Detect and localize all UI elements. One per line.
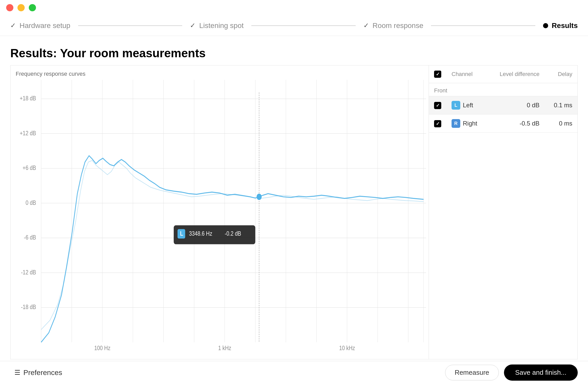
channel-name-container: L Left bbox=[452, 101, 482, 110]
step-hardware-setup[interactable]: ✓ Hardware setup bbox=[10, 22, 70, 30]
page-title: Results: Your room measurements bbox=[10, 46, 578, 60]
table-header: Channel Level difference Delay bbox=[429, 65, 577, 83]
section-front: Front bbox=[429, 83, 577, 96]
step-label: Listening spot bbox=[199, 22, 244, 30]
left-channel-label: Left bbox=[463, 102, 473, 109]
tooltip-dot bbox=[256, 194, 262, 200]
col-level-diff-header: Level difference bbox=[488, 65, 545, 83]
left-level-diff: 0 dB bbox=[488, 96, 545, 114]
col-channel-header: Channel bbox=[446, 65, 488, 83]
svg-text:+6 dB: +6 dB bbox=[23, 164, 36, 171]
left-channel-badge: L bbox=[452, 101, 460, 110]
step-label: Hardware setup bbox=[20, 22, 70, 30]
remeasure-button[interactable]: Remeasure bbox=[445, 365, 499, 380]
col-checkbox bbox=[429, 65, 446, 83]
svg-text:1 kHz: 1 kHz bbox=[218, 344, 231, 352]
page-title-area: Results: Your room measurements bbox=[0, 36, 588, 65]
svg-text:3348.6 Hz: 3348.6 Hz bbox=[189, 230, 212, 237]
svg-text:10 kHz: 10 kHz bbox=[339, 344, 355, 352]
step-active-dot bbox=[543, 23, 548, 28]
save-finish-button[interactable]: Save and finish... bbox=[504, 364, 578, 381]
step-check-icon: ✓ bbox=[190, 22, 196, 30]
step-navigation: ✓ Hardware setup ✓ Listening spot ✓ Room… bbox=[0, 15, 588, 36]
select-all-checkbox[interactable] bbox=[434, 71, 441, 78]
chart-container[interactable]: +18 dB +12 dB +6 dB 0 dB -6 dB -12 dB -1… bbox=[11, 80, 429, 358]
right-level-diff: -0.5 dB bbox=[488, 114, 545, 133]
close-button[interactable] bbox=[6, 4, 13, 11]
channel-table: Channel Level difference Delay Front L bbox=[429, 65, 577, 133]
chart-title: Frequency response curves bbox=[11, 65, 429, 80]
step-room-response[interactable]: ✓ Room response bbox=[363, 22, 424, 30]
right-channel-checkbox-cell[interactable] bbox=[429, 114, 446, 133]
traffic-lights bbox=[6, 4, 36, 11]
right-panel: Channel Level difference Delay Front L bbox=[429, 65, 578, 359]
preferences-icon: ☰ bbox=[14, 369, 20, 377]
svg-text:+18 dB: +18 dB bbox=[20, 95, 36, 102]
section-label: Front bbox=[429, 83, 577, 96]
table-row[interactable]: R Right -0.5 dB 0 ms bbox=[429, 114, 577, 133]
step-label: Results bbox=[552, 22, 578, 30]
main-content: Frequency response curves bbox=[0, 65, 588, 359]
svg-text:-0.2 dB: -0.2 dB bbox=[225, 230, 241, 237]
right-channel-checkbox[interactable] bbox=[434, 120, 441, 127]
svg-rect-31 bbox=[174, 225, 255, 244]
svg-text:+12 dB: +12 dB bbox=[20, 130, 36, 137]
preferences-button[interactable]: ☰ Preferences bbox=[10, 366, 66, 379]
left-delay: 0.1 ms bbox=[545, 96, 577, 114]
right-channel-badge: R bbox=[452, 119, 460, 128]
col-delay-header: Delay bbox=[545, 65, 577, 83]
svg-text:100 Hz: 100 Hz bbox=[94, 344, 111, 352]
channel-name-container: R Right bbox=[452, 119, 482, 128]
step-divider-2 bbox=[251, 25, 356, 26]
maximize-button[interactable] bbox=[29, 4, 36, 11]
bottom-right-buttons: Remeasure Save and finish... bbox=[445, 364, 578, 381]
step-check-icon: ✓ bbox=[10, 22, 16, 30]
svg-text:-12 dB: -12 dB bbox=[21, 269, 36, 276]
step-listening-spot[interactable]: ✓ Listening spot bbox=[190, 22, 244, 30]
minimize-button[interactable] bbox=[17, 4, 25, 11]
svg-text:-18 dB: -18 dB bbox=[21, 303, 36, 311]
step-check-icon: ✓ bbox=[363, 22, 369, 30]
svg-text:-6 dB: -6 dB bbox=[24, 234, 36, 241]
titlebar bbox=[0, 0, 588, 15]
frequency-chart[interactable]: +18 dB +12 dB +6 dB 0 dB -6 dB -12 dB -1… bbox=[11, 80, 429, 358]
svg-text:0 dB: 0 dB bbox=[25, 199, 36, 206]
bottom-bar: ☰ Preferences Remeasure Save and finish.… bbox=[0, 361, 588, 384]
step-divider-3 bbox=[431, 25, 535, 26]
chart-area: Frequency response curves bbox=[10, 65, 429, 359]
chart-tooltip: L 3348.6 Hz -0.2 dB bbox=[174, 225, 255, 244]
right-delay: 0 ms bbox=[545, 114, 577, 133]
right-channel-name: R Right bbox=[446, 114, 488, 133]
left-channel-checkbox-cell[interactable] bbox=[429, 96, 446, 114]
step-divider-1 bbox=[78, 25, 182, 26]
left-channel-checkbox[interactable] bbox=[434, 102, 441, 109]
right-channel-label: Right bbox=[463, 120, 477, 127]
step-label: Room response bbox=[373, 22, 424, 30]
preferences-label: Preferences bbox=[23, 369, 62, 377]
table-row[interactable]: L Left 0 dB 0.1 ms bbox=[429, 96, 577, 114]
step-results[interactable]: Results bbox=[543, 22, 578, 30]
left-channel-name: L Left bbox=[446, 96, 488, 114]
svg-text:L: L bbox=[180, 230, 183, 237]
